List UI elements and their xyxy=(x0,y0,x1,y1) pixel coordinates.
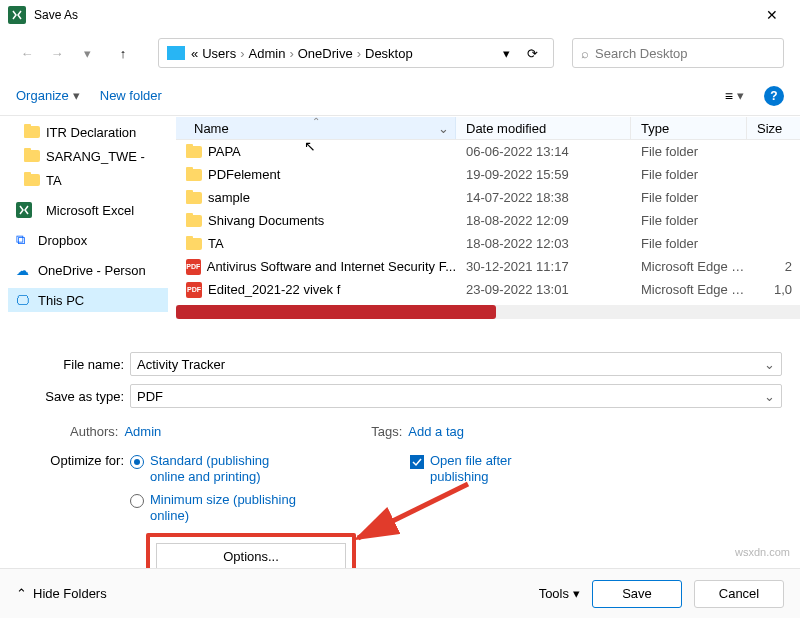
folder-icon xyxy=(24,150,40,162)
onedrive-icon: ☁ xyxy=(16,263,32,278)
breadcrumb-item[interactable]: OneDrive xyxy=(298,46,353,61)
column-header-type[interactable]: Type xyxy=(631,117,747,139)
chevron-up-icon: ⌃ xyxy=(16,586,27,601)
file-type: File folder xyxy=(631,167,747,182)
tags-value[interactable]: Add a tag xyxy=(408,424,464,439)
authors-value[interactable]: Admin xyxy=(124,424,161,439)
file-name: sample xyxy=(208,190,250,205)
hide-folders-button[interactable]: ⌃Hide Folders xyxy=(16,586,107,601)
column-header-date[interactable]: Date modified xyxy=(456,117,631,139)
pdf-icon: PDF xyxy=(186,259,201,275)
file-name: Shivang Documents xyxy=(208,213,324,228)
column-headers: ⌃Name⌄ Date modified Type Size xyxy=(176,116,800,140)
forward-button[interactable]: → xyxy=(46,42,68,64)
help-button[interactable]: ? xyxy=(764,86,784,106)
file-type: File folder xyxy=(631,213,747,228)
pdf-icon: PDF xyxy=(186,282,202,298)
new-folder-button[interactable]: New folder xyxy=(100,88,162,103)
file-row[interactable]: sample14-07-2022 18:38File folder xyxy=(176,186,800,209)
dialog-footer: ⌃Hide Folders Tools▾ Save Cancel xyxy=(0,568,800,618)
sidebar-item-onedrive[interactable]: ☁OneDrive - Person xyxy=(8,258,168,282)
tools-menu[interactable]: Tools▾ xyxy=(539,586,580,601)
column-filter-icon[interactable]: ⌄ xyxy=(432,121,455,136)
radio-minimum[interactable]: Minimum size (publishing online) xyxy=(130,492,300,523)
address-bar[interactable]: « Users› Admin› OneDrive› Desktop ▾ ⟳ xyxy=(158,38,554,68)
view-mode-button[interactable]: ≡▾ xyxy=(725,88,744,104)
sidebar-folder[interactable]: TA xyxy=(8,168,168,192)
folder-icon xyxy=(24,126,40,138)
file-row[interactable]: PDFEdited_2021-22 vivek f23-09-2022 13:0… xyxy=(176,278,800,301)
cancel-button[interactable]: Cancel xyxy=(694,580,784,608)
excel-app-icon xyxy=(8,6,26,24)
save-type-input[interactable]: PDF⌄ xyxy=(130,384,782,408)
sidebar-item-excel[interactable]: Microsoft Excel xyxy=(8,198,168,222)
sidebar-folder[interactable]: ITR Declaration xyxy=(8,120,168,144)
breadcrumb-item[interactable]: Desktop xyxy=(365,46,413,61)
dropdown-icon[interactable]: ⌄ xyxy=(764,389,775,404)
sidebar-item-dropbox[interactable]: ⧉Dropbox xyxy=(8,228,168,252)
checkbox-open-after[interactable]: Open file after publishing xyxy=(410,453,540,523)
file-type: Microsoft Edge PD... xyxy=(631,259,747,274)
window-title: Save As xyxy=(34,8,78,22)
file-name: PAPA xyxy=(208,144,241,159)
radio-standard[interactable]: Standard (publishing online and printing… xyxy=(130,453,300,484)
navigation-bar: ← → ▾ ↑ « Users› Admin› OneDrive› Deskto… xyxy=(0,30,800,76)
search-input[interactable]: ⌕ Search Desktop xyxy=(572,38,784,68)
column-header-name[interactable]: ⌃Name⌄ xyxy=(176,117,456,139)
sidebar-folder[interactable]: SARANG_TWE - xyxy=(8,144,168,168)
file-name-input[interactable]: Activity Tracker⌄ xyxy=(130,352,782,376)
checkbox-icon xyxy=(410,455,424,469)
up-button[interactable]: ↑ xyxy=(112,42,134,64)
file-date: 18-08-2022 12:03 xyxy=(456,236,631,251)
file-type: File folder xyxy=(631,144,747,159)
dropbox-icon: ⧉ xyxy=(16,232,32,248)
address-dropdown[interactable]: ▾ xyxy=(499,46,513,61)
breadcrumb-item[interactable]: Admin xyxy=(249,46,286,61)
save-button[interactable]: Save xyxy=(592,580,682,608)
folder-icon xyxy=(186,215,202,227)
file-name-label: File name: xyxy=(20,357,130,372)
back-button[interactable]: ← xyxy=(16,42,38,64)
file-type: File folder xyxy=(631,190,747,205)
file-name: Edited_2021-22 vivek f xyxy=(208,282,340,297)
excel-icon xyxy=(16,202,32,218)
sidebar: ITR Declaration SARANG_TWE - TA Microsof… xyxy=(0,116,176,342)
file-name: PDFelement xyxy=(208,167,280,182)
search-icon: ⌕ xyxy=(581,46,589,61)
breadcrumb-chevron: « xyxy=(191,46,198,61)
file-name: TA xyxy=(208,236,224,251)
main-area: ITR Declaration SARANG_TWE - TA Microsof… xyxy=(0,116,800,342)
file-row[interactable]: Shivang Documents18-08-2022 12:09File fo… xyxy=(176,209,800,232)
breadcrumb-item[interactable]: Users xyxy=(202,46,236,61)
drive-icon xyxy=(167,46,185,60)
horizontal-scrollbar[interactable] xyxy=(176,305,800,319)
column-header-size[interactable]: Size xyxy=(747,117,800,139)
watermark: wsxdn.com xyxy=(735,546,790,558)
folder-icon xyxy=(24,174,40,186)
refresh-button[interactable]: ⟳ xyxy=(517,46,547,61)
file-row[interactable]: TA18-08-2022 12:03File folder xyxy=(176,232,800,255)
options-button[interactable]: Options... xyxy=(156,543,346,569)
save-form: File name: Activity Tracker⌄ Save as typ… xyxy=(0,342,800,583)
folder-icon xyxy=(186,192,202,204)
file-type: File folder xyxy=(631,236,747,251)
file-row[interactable]: PAPA06-06-2022 13:14File folder xyxy=(176,140,800,163)
thispc-icon: 🖵 xyxy=(16,293,32,308)
close-button[interactable]: ✕ xyxy=(752,7,792,23)
file-row[interactable]: PDFAntivirus Software and Internet Secur… xyxy=(176,255,800,278)
file-date: 23-09-2022 13:01 xyxy=(456,282,631,297)
organize-menu[interactable]: Organize▾ xyxy=(16,88,80,103)
sidebar-item-thispc[interactable]: 🖵This PC xyxy=(8,288,168,312)
recent-dropdown[interactable]: ▾ xyxy=(76,42,98,64)
file-row[interactable]: PDFelement19-09-2022 15:59File folder xyxy=(176,163,800,186)
file-date: 06-06-2022 13:14 xyxy=(456,144,631,159)
dropdown-icon[interactable]: ⌄ xyxy=(764,357,775,372)
folder-icon xyxy=(186,238,202,250)
file-type: Microsoft Edge PD... xyxy=(631,282,747,297)
radio-icon xyxy=(130,494,144,508)
scrollbar-thumb[interactable] xyxy=(176,305,496,319)
save-type-label: Save as type: xyxy=(20,389,130,404)
search-placeholder: Search Desktop xyxy=(595,46,688,61)
sort-indicator-icon: ⌃ xyxy=(312,116,320,127)
file-date: 18-08-2022 12:09 xyxy=(456,213,631,228)
